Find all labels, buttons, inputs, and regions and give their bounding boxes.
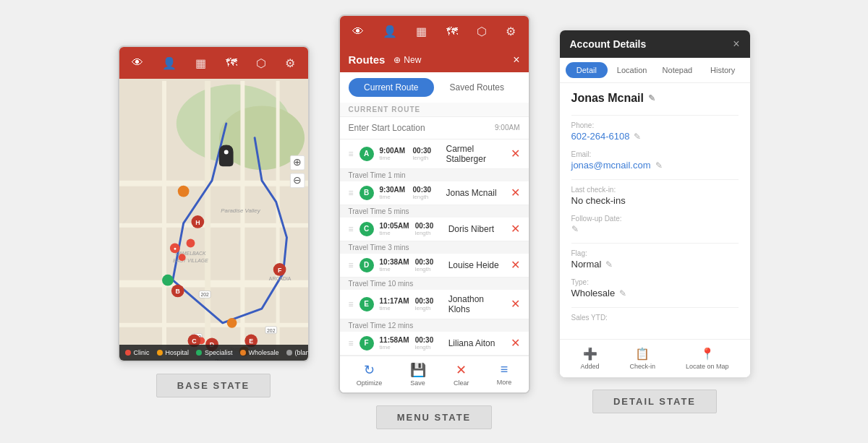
more-button[interactable]: ≡ More	[497, 362, 512, 386]
phone-edit-icon[interactable]: ✎	[634, 132, 641, 142]
stop-duration-d: 00:30	[415, 258, 443, 266]
remove-stop-a[interactable]: ✕	[511, 147, 520, 160]
phone-value[interactable]: 602-264-6108	[571, 131, 630, 142]
base-state-label: BASE STATE	[156, 374, 271, 397]
remove-stop-e[interactable]: ✕	[511, 297, 520, 311]
svg-rect-3	[119, 181, 308, 186]
remove-stop-f[interactable]: ✕	[511, 336, 520, 350]
layers-nav-icon[interactable]: ⬡	[256, 56, 266, 70]
settings-nav-icon[interactable]: ⚙	[285, 56, 295, 70]
routes-title: Routes	[349, 53, 386, 66]
checkin-label: Check-in	[629, 363, 655, 370]
phone-label: Phone:	[571, 121, 739, 129]
current-route-tab[interactable]: Current Route	[349, 78, 435, 97]
stop-time-label-f: time	[380, 344, 409, 350]
routes-panel: Routes ⊕ New × Current Route Saved Route…	[340, 48, 529, 392]
detail-tab-location[interactable]: Location	[610, 62, 653, 78]
map-area[interactable]: Paradise Valley CAMELBACK EAST VILLAGE A…	[119, 79, 308, 361]
stop-marker-a: A	[359, 147, 374, 161]
stop-duration-c: 00:30	[415, 222, 443, 230]
grid-nav-icon[interactable]: ▦	[195, 56, 206, 70]
drag-handle-c[interactable]: ≡	[349, 224, 354, 234]
stop-row-e: ≡ E 11:17AM time 00:30 length Jonathon K…	[340, 290, 529, 319]
detail-tabs-bar: Detail Location Notepad History	[560, 58, 750, 83]
drag-handle-d[interactable]: ≡	[349, 260, 354, 270]
locate-action[interactable]: 📍 Locate on Map	[686, 347, 729, 370]
detail-close-button[interactable]: ×	[733, 38, 739, 51]
added-label: Added	[580, 363, 599, 370]
travel-time-3-val: 3 mins	[388, 244, 409, 251]
routes-tab-row: Current Route Saved Routes	[340, 72, 529, 103]
menu-map-icon[interactable]: 🗺	[446, 25, 458, 38]
map-nav-icon[interactable]: 🗺	[226, 56, 237, 69]
drag-handle-b[interactable]: ≡	[349, 188, 354, 198]
flag-value: Normal	[571, 259, 602, 270]
travel-time-2: Travel Time 5 mins	[340, 205, 529, 218]
optimize-button[interactable]: ↻ Optimize	[357, 362, 383, 387]
menu-settings-icon[interactable]: ⚙	[506, 25, 516, 38]
detail-tab-history[interactable]: History	[702, 62, 744, 78]
remove-stop-c[interactable]: ✕	[511, 222, 520, 236]
eye-nav-icon[interactable]: 👁	[132, 56, 143, 69]
svg-point-31	[186, 239, 195, 248]
type-edit-icon[interactable]: ✎	[619, 288, 626, 298]
menu-eye-icon[interactable]: 👁	[352, 25, 364, 38]
stop-duration-a: 00:30	[413, 147, 441, 155]
drag-handle-f[interactable]: ≡	[349, 338, 354, 348]
clear-button[interactable]: ✕ Clear	[454, 362, 469, 387]
added-action[interactable]: ➕ Added	[580, 347, 599, 370]
svg-text:EAST VILLAGE: EAST VILLAGE	[173, 258, 208, 263]
stop-marker-b: B	[359, 186, 374, 200]
email-value[interactable]: jonas@mcnail.com	[571, 160, 651, 171]
flag-value-row: Normal ✎	[571, 259, 739, 270]
save-button[interactable]: 💾 Save	[410, 362, 426, 387]
stop-row-f: ≡ F 11:58AM time 00:30 length Liliana Ai…	[340, 332, 529, 356]
checkin-icon: 📋	[635, 347, 650, 361]
detail-tab-notepad[interactable]: Notepad	[656, 62, 699, 78]
stop-dur-label-f: length	[415, 344, 443, 350]
flag-edit-icon[interactable]: ✎	[605, 259, 613, 270]
detail-window-title: Account Details	[570, 38, 647, 50]
legend-wholesale-label: Wholesale	[249, 349, 279, 356]
menu-user-icon[interactable]: 👤	[383, 25, 397, 38]
account-name-edit-icon[interactable]: ✎	[648, 93, 655, 103]
stop-time-label-d: time	[380, 266, 409, 272]
menu-grid-icon[interactable]: ▦	[416, 25, 427, 38]
saved-routes-tab[interactable]: Saved Routes	[434, 78, 520, 97]
stop-time-label-c: time	[380, 230, 409, 236]
detail-tab-detail[interactable]: Detail	[566, 62, 608, 78]
svg-rect-7	[162, 81, 166, 358]
followup-edit-icon[interactable]: ✎	[571, 224, 739, 234]
sales-ytd-label: Sales YTD:	[571, 314, 739, 322]
drag-handle-e[interactable]: ≡	[349, 299, 354, 309]
stop-marker-e: E	[359, 297, 374, 311]
start-location-input[interactable]	[349, 123, 495, 133]
stop-name-f: Liliana Aiton	[448, 338, 505, 348]
checkin-action[interactable]: 📋 Check-in	[629, 347, 655, 370]
new-route-button[interactable]: ⊕ New	[393, 55, 421, 65]
stop-row-c: ≡ C 10:05AM time 00:30 length Doris Nibe…	[340, 218, 529, 241]
drag-handle-a[interactable]: ≡	[349, 149, 354, 159]
remove-stop-b[interactable]: ✕	[511, 186, 520, 199]
remove-stop-d[interactable]: ✕	[511, 258, 520, 272]
detail-panel: Account Details × Detail Location Notepa…	[559, 30, 751, 378]
routes-close-button[interactable]: ×	[513, 53, 519, 66]
email-edit-icon[interactable]: ✎	[655, 160, 663, 171]
start-location-row: 9:00AM	[340, 117, 529, 139]
menu-layers-icon[interactable]: ⬡	[477, 25, 487, 38]
legend-blank-label: (blank)	[295, 349, 308, 356]
legend-blank: (blank)	[286, 349, 308, 356]
locate-label: Locate on Map	[686, 363, 729, 370]
followup-label: Follow-up Date:	[571, 215, 739, 223]
stop-times-c: 10:05AM time	[380, 222, 409, 236]
specialist-dot	[196, 350, 202, 356]
svg-rect-6	[119, 323, 308, 327]
user-nav-icon[interactable]: 👤	[162, 56, 176, 70]
detail-header: Account Details ×	[560, 30, 750, 58]
last-checkin-field: Last check-in: No check-ins	[571, 186, 739, 206]
followup-pencil-icon[interactable]: ✎	[571, 224, 579, 234]
clear-icon: ✕	[456, 362, 467, 378]
svg-text:H: H	[195, 219, 200, 226]
svg-rect-8	[205, 81, 210, 358]
stop-dur-b: 00:30 length	[413, 186, 441, 200]
